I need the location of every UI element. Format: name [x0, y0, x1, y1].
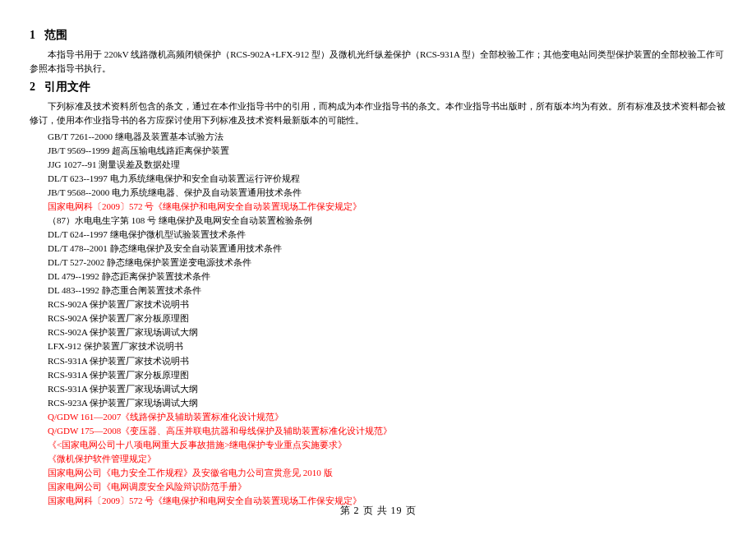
reference-item: 国家电网科〔2009〕572 号《继电保护和电网安全自动装置现场工作保安规定》: [48, 200, 726, 214]
reference-item: JB/T 9568--2000 电力系统继电器、保护及自动装置通用技术条件: [48, 186, 726, 200]
reference-item: JJG 1027--91 测量误差及数据处理: [48, 158, 726, 172]
reference-item: JB/T 9569--1999 超高压输电线路距离保护装置: [48, 144, 726, 158]
reference-item: RCS-902A 保护装置厂家现场调试大纲: [48, 325, 726, 339]
reference-item: RCS-931A 保护装置厂家分板原理图: [48, 368, 726, 382]
reference-item: 《微机保护软件管理规定》: [48, 452, 726, 466]
reference-item: DL 479--1992 静态距离保护装置技术条件: [48, 270, 726, 284]
reference-item: DL/T 624--1997 继电保护微机型试验装置技术条件: [48, 228, 726, 242]
reference-item: RCS-931A 保护装置厂家技术说明书: [48, 354, 726, 368]
section-2-title: 引用文件: [44, 81, 90, 93]
reference-item: GB/T 7261--2000 继电器及装置基本试验方法: [48, 130, 726, 144]
section-1-para: 本指导书用于 220kV 线路微机高频闭锁保护（RCS-902A+LFX-912…: [30, 48, 726, 76]
reference-item: RCS-931A 保护装置厂家现场调试大纲: [48, 382, 726, 396]
reference-item: DL 483--1992 静态重合闸装置技术条件: [48, 284, 726, 297]
section-1-title: 范围: [44, 29, 67, 41]
reference-item: RCS-902A 保护装置厂家技术说明书: [48, 297, 726, 311]
page-footer: 第 2 页 共 19 页: [0, 503, 756, 519]
section-2-num: 2: [30, 78, 44, 96]
reference-item: DL/T 478--2001 静态继电保护及安全自动装置通用技术条件: [48, 242, 726, 256]
reference-item: 国家电网公司《电网调度安全风险辩识防范手册》: [48, 480, 726, 494]
reference-item: DL/T 623--1997 电力系统继电保护和安全自动装置运行评价规程: [48, 172, 726, 186]
section-2-heading: 2引用文件: [30, 78, 726, 96]
reference-item: RCS-923A 保护装置厂家现场调试大纲: [48, 396, 726, 410]
reference-item: DL/T 527-2002 静态继电保护装置逆变电源技术条件: [48, 256, 726, 270]
reference-item: 国家电网公司《电力安全工作规程》及安徽省电力公司宣贯意见 2010 版: [48, 466, 726, 480]
reference-item: Q/GDW 175—2008《变压器、高压并联电抗器和母线保护及辅助装置标准化设…: [48, 424, 726, 438]
reference-item: 《<国家电网公司十八项电网重大反事故措施>继电保护专业重点实施要求》: [48, 438, 726, 452]
reference-item: （87）水电电生字第 108 号 继电保护及电网安全自动装置检验条例: [48, 214, 726, 228]
section-1-heading: 1范围: [30, 26, 726, 44]
reference-item: RCS-902A 保护装置厂家分板原理图: [48, 311, 726, 325]
section-1-num: 1: [30, 26, 44, 44]
reference-item: LFX-912 保护装置厂家技术说明书: [48, 339, 726, 353]
section-2-para: 下列标准及技术资料所包含的条文，通过在本作业指导书中的引用，而构成为本作业指导书…: [30, 99, 726, 128]
reference-item: Q/GDW 161—2007《线路保护及辅助装置标准化设计规范》: [48, 410, 726, 424]
reference-list: GB/T 7261--2000 继电器及装置基本试验方法JB/T 9569--1…: [48, 130, 726, 508]
